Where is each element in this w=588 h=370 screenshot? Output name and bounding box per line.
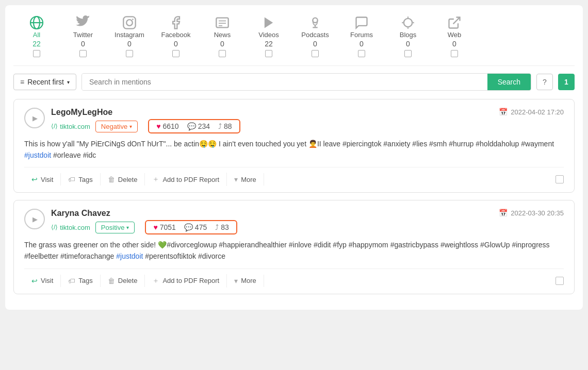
all-icon: [29, 15, 44, 30]
source-tabs: All 22 Twitter 0 Instagram 0 Facebook 0 …: [13, 13, 575, 66]
card-header: Karyna Chavez ⟨/⟩ tiktok.com Positive ▾: [24, 209, 564, 234]
tab-label-facebook: Facebook: [161, 31, 190, 39]
delete-button[interactable]: 🗑 Delete: [101, 275, 145, 287]
source-tab-podcasts[interactable]: Podcasts 0: [292, 13, 338, 59]
share-icon: ⤴: [218, 122, 222, 130]
twitter-icon: [76, 15, 90, 30]
tab-checkbox-videos[interactable]: [265, 50, 272, 57]
mention-card-2: Karyna Chavez ⟨/⟩ tiktok.com Positive ▾: [13, 200, 575, 294]
card-meta: Karyna Chavez ⟨/⟩ tiktok.com Positive ▾: [51, 209, 237, 234]
hashtag-link[interactable]: #justdoit: [24, 151, 51, 159]
tab-checkbox-twitter[interactable]: [79, 50, 87, 57]
comment-icon: 💬: [184, 223, 193, 231]
play-button[interactable]: [24, 108, 45, 128]
tab-label-all: All: [33, 31, 40, 39]
more-button[interactable]: ▾ More: [227, 173, 264, 186]
tab-checkbox-news[interactable]: [219, 50, 226, 57]
tiktok-link[interactable]: ⟨/⟩ tiktok.com: [51, 224, 90, 231]
tag-icon: 🏷: [68, 277, 75, 285]
pdf-label: Add to PDF Report: [162, 176, 219, 183]
card-checkbox[interactable]: [556, 277, 564, 285]
tags-button[interactable]: 🏷 Tags: [61, 173, 100, 186]
source-tab-twitter[interactable]: Twitter 0: [60, 13, 106, 59]
tiktok-icon: ⟨/⟩: [51, 224, 58, 231]
date-text: 2022-04-02 17:20: [511, 108, 564, 116]
tags-button[interactable]: 🏷 Tags: [61, 275, 100, 287]
notification-badge[interactable]: 1: [558, 74, 575, 90]
svg-line-14: [453, 18, 460, 24]
search-button[interactable]: Search: [487, 74, 531, 90]
source-tab-news[interactable]: News 0: [199, 13, 246, 59]
source-tab-all[interactable]: All 22: [13, 13, 60, 59]
shares-count: 88: [224, 122, 232, 130]
tab-label-twitter: Twitter: [73, 31, 93, 39]
source-tab-blogs[interactable]: Blogs 0: [385, 13, 431, 59]
sentiment-badge[interactable]: Negative ▾: [95, 121, 138, 132]
tags-label: Tags: [78, 277, 92, 284]
delete-label: Delete: [118, 277, 138, 284]
chevron-down-icon: ▾: [67, 79, 70, 85]
card-source-row: ⟨/⟩ tiktok.com Positive ▾ ♥ 7051: [51, 220, 237, 234]
card-header: LegoMyLegHoe ⟨/⟩ tiktok.com Negative ▾: [24, 108, 564, 133]
tab-count-news: 0: [220, 40, 224, 48]
comment-icon: 💬: [187, 122, 196, 130]
sentiment-badge[interactable]: Positive ▾: [95, 222, 135, 233]
tag-icon: 🏷: [68, 175, 75, 183]
source-tab-web[interactable]: Web 0: [431, 13, 478, 59]
play-button[interactable]: [24, 209, 45, 229]
tab-checkbox-forums[interactable]: [358, 50, 365, 57]
source-tab-instagram[interactable]: Instagram 0: [106, 13, 153, 59]
card-text: This is how y'all "My PiErCiNgS dOnT hUr…: [24, 139, 564, 161]
add-to-pdf-button[interactable]: ＋ Add to PDF Report: [145, 173, 227, 186]
tags-label: Tags: [78, 176, 92, 183]
more-label: More: [241, 277, 256, 284]
card-actions: ↩ Visit 🏷 Tags 🗑 Delete ＋ Add to PDF Rep…: [24, 167, 564, 186]
visit-label: Visit: [41, 277, 53, 284]
tab-checkbox-facebook[interactable]: [172, 50, 179, 57]
cards-container: LegoMyLegHoe ⟨/⟩ tiktok.com Negative ▾: [13, 99, 575, 294]
sort-label: Recent first: [27, 78, 64, 86]
main-container: All 22 Twitter 0 Instagram 0 Facebook 0 …: [5, 5, 583, 310]
svg-rect-3: [123, 16, 135, 28]
help-button[interactable]: ?: [536, 74, 553, 90]
likes-count: 6610: [162, 122, 178, 130]
sort-button[interactable]: ≡ Recent first ▾: [13, 74, 76, 90]
tab-checkbox-instagram[interactable]: [126, 50, 133, 57]
add-to-pdf-button[interactable]: ＋ Add to PDF Report: [145, 274, 227, 288]
visit-button[interactable]: ↩ Visit: [24, 173, 61, 186]
tab-checkbox-web[interactable]: [451, 50, 458, 57]
likes-count: 7051: [160, 223, 176, 231]
more-button[interactable]: ▾ More: [227, 275, 264, 287]
hashtag-link[interactable]: #justdoit: [116, 252, 143, 260]
tab-count-web: 0: [452, 40, 456, 48]
pdf-label: Add to PDF Report: [162, 277, 219, 284]
tab-checkbox-blogs[interactable]: [404, 50, 412, 57]
tab-checkbox-all[interactable]: [33, 50, 40, 57]
more-icon: ▾: [234, 175, 238, 183]
card-checkbox[interactable]: [556, 175, 564, 183]
source-tab-videos[interactable]: Videos 22: [246, 13, 292, 59]
tab-count-instagram: 0: [127, 40, 132, 48]
card-text: The grass was greener on the other side!…: [24, 240, 564, 262]
source-tab-facebook[interactable]: Facebook 0: [153, 13, 199, 59]
delete-button[interactable]: 🗑 Delete: [101, 173, 145, 186]
tab-label-videos: Videos: [258, 31, 279, 39]
visit-button[interactable]: ↩ Visit: [24, 275, 61, 287]
source-tab-forums[interactable]: Forums 0: [338, 13, 385, 59]
sentiment-chevron-icon: ▾: [126, 225, 129, 230]
svg-point-11: [313, 18, 317, 23]
card-username: Karyna Chavez: [51, 209, 237, 218]
svg-marker-10: [265, 18, 273, 28]
date-text: 2022-03-30 20:35: [511, 209, 564, 217]
share-icon: ⤴: [215, 223, 219, 231]
card-meta: LegoMyLegHoe ⟨/⟩ tiktok.com Negative ▾: [51, 108, 240, 133]
tiktok-link[interactable]: ⟨/⟩ tiktok.com: [51, 123, 90, 130]
search-bar: Search: [81, 73, 531, 91]
card-date: 📅 2022-03-30 20:35: [499, 209, 564, 217]
tab-checkbox-podcasts[interactable]: [312, 50, 319, 57]
tab-label-news: News: [214, 31, 231, 39]
search-input[interactable]: [82, 74, 487, 90]
tiktok-icon: ⟨/⟩: [51, 123, 58, 130]
calendar-icon: 📅: [499, 108, 508, 116]
shares-stat: ⤴ 83: [215, 223, 229, 231]
